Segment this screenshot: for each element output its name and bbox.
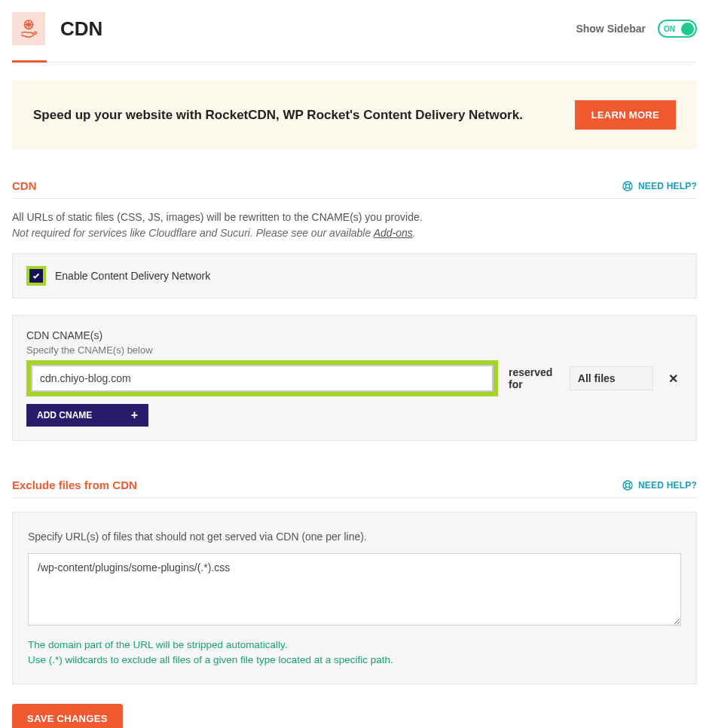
cdn-desc-line2: Not required for services like Cloudflar… bbox=[12, 225, 697, 241]
exclude-section-title: Exclude files from CDN bbox=[12, 479, 137, 491]
toggle-knob-icon bbox=[681, 23, 694, 35]
exclude-hint-line1: The domain part of the URL will be strip… bbox=[28, 638, 681, 653]
cname-panel-subdesc: Specify the CNAME(s) below bbox=[26, 344, 683, 356]
show-sidebar-label: Show Sidebar bbox=[576, 23, 646, 35]
promo-text: Speed up your website with RocketCDN, WP… bbox=[33, 108, 523, 123]
cdn-desc-line1: All URLs of static files (CSS, JS, image… bbox=[12, 210, 697, 225]
exclude-section-head: Exclude files from CDN NEED HELP? bbox=[12, 479, 697, 498]
page-title: CDN bbox=[60, 17, 102, 41]
highlight-ring bbox=[26, 266, 46, 286]
exclude-hint-line2: Use (.*) wildcards to exclude all files … bbox=[28, 653, 681, 668]
cname-panel: CDN CNAME(s) Specify the CNAME(s) below … bbox=[12, 315, 697, 441]
enable-cdn-panel: Enable Content Delivery Network bbox=[12, 253, 697, 298]
cdn-description: All URLs of static files (CSS, JS, image… bbox=[12, 210, 697, 241]
cname-panel-title: CDN CNAME(s) bbox=[26, 329, 683, 341]
exclude-need-help-link[interactable]: NEED HELP? bbox=[622, 479, 697, 491]
cdn-desc-line2-suffix: . bbox=[413, 227, 416, 239]
plus-icon: + bbox=[131, 408, 138, 422]
check-icon bbox=[32, 271, 41, 280]
need-help-link[interactable]: NEED HELP? bbox=[622, 180, 697, 192]
header-right: Show Sidebar ON bbox=[576, 20, 697, 38]
enable-cdn-label: Enable Content Delivery Network bbox=[55, 270, 210, 282]
exclude-need-help-label: NEED HELP? bbox=[638, 480, 697, 491]
svg-point-4 bbox=[625, 483, 629, 487]
cdn-section-title: CDN bbox=[12, 179, 37, 192]
exclude-textarea[interactable] bbox=[28, 553, 681, 626]
cdn-section-head: CDN NEED HELP? bbox=[12, 179, 697, 199]
cname-row: reserved for All files ✕ bbox=[26, 360, 683, 396]
lifebuoy-icon bbox=[622, 479, 634, 491]
enable-cdn-checkbox[interactable] bbox=[29, 269, 43, 283]
reserved-for-label: reserved for bbox=[509, 366, 559, 390]
exclude-hint: The domain part of the URL will be strip… bbox=[28, 638, 681, 668]
highlight-ring-input bbox=[26, 360, 498, 396]
rocketcdn-promo-banner: Speed up your website with RocketCDN, WP… bbox=[12, 81, 697, 149]
sidebar-toggle[interactable]: ON bbox=[658, 20, 697, 38]
lifebuoy-icon bbox=[622, 180, 634, 192]
learn-more-button[interactable]: LEARN MORE bbox=[575, 100, 676, 130]
active-tab-indicator bbox=[12, 60, 47, 63]
page-header: CDN Show Sidebar ON bbox=[12, 12, 697, 63]
need-help-label: NEED HELP? bbox=[638, 181, 697, 191]
add-cname-label: ADD CNAME bbox=[37, 410, 92, 421]
cdn-globe-hand-icon bbox=[12, 12, 45, 45]
file-type-select[interactable]: All files bbox=[570, 366, 653, 390]
exclude-panel: Specify URL(s) of files that should not … bbox=[12, 512, 697, 684]
addons-link[interactable]: Add-ons bbox=[374, 227, 413, 239]
cname-input[interactable] bbox=[31, 365, 494, 392]
toggle-on-label: ON bbox=[664, 25, 675, 33]
exclude-desc: Specify URL(s) of files that should not … bbox=[28, 531, 681, 543]
header-left: CDN bbox=[12, 12, 102, 45]
svg-point-2 bbox=[625, 184, 629, 188]
remove-cname-button[interactable]: ✕ bbox=[664, 372, 683, 386]
enable-cdn-row: Enable Content Delivery Network bbox=[26, 266, 683, 286]
cdn-desc-line2-prefix: Not required for services like Cloudflar… bbox=[12, 227, 374, 239]
save-changes-button[interactable]: SAVE CHANGES bbox=[12, 704, 123, 729]
add-cname-button[interactable]: ADD CNAME + bbox=[26, 404, 148, 427]
